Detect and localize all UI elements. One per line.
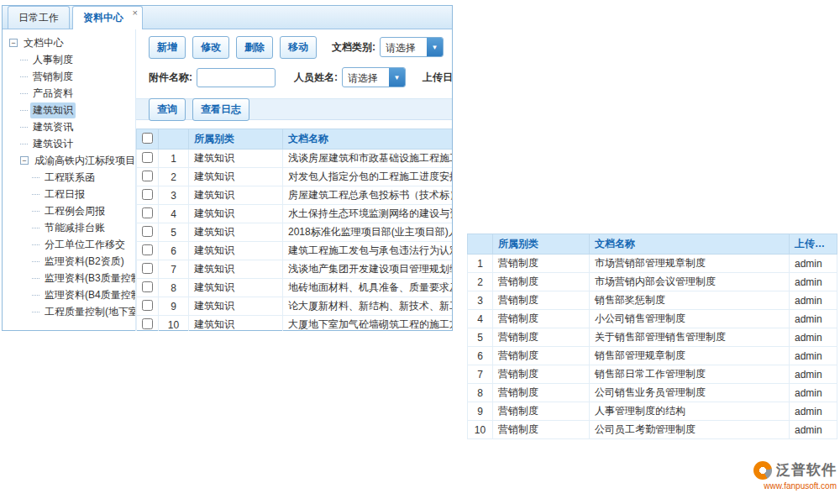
column-header-uploader[interactable]: 上传… bbox=[790, 234, 837, 255]
add-button[interactable]: 新增 bbox=[149, 36, 186, 59]
tree-item[interactable]: 监理资料(B3质量控制) bbox=[9, 270, 135, 286]
row-uploader: admin bbox=[790, 421, 837, 439]
tab-data-center[interactable]: 资料中心 × bbox=[72, 6, 143, 29]
row-category: 建筑知识 bbox=[189, 150, 283, 168]
row-uploader: admin bbox=[790, 402, 837, 421]
table-row[interactable]: 10营销制度公司员工考勤管理制度admin bbox=[468, 421, 837, 439]
tree-item-label: 建筑设计 bbox=[30, 136, 76, 152]
tree-item[interactable]: 监理资料(B2资质) bbox=[9, 253, 135, 270]
row-checkbox[interactable] bbox=[142, 244, 153, 255]
row-number: 8 bbox=[468, 384, 493, 402]
chevron-down-icon[interactable]: ▼ bbox=[389, 68, 405, 87]
row-number: 7 bbox=[159, 260, 189, 279]
row-number: 1 bbox=[468, 255, 493, 273]
select-all-checkbox[interactable] bbox=[142, 133, 153, 144]
column-header-name[interactable]: 文档名称 bbox=[590, 234, 790, 255]
row-checkbox[interactable] bbox=[142, 263, 153, 274]
table-row[interactable]: 4建筑知识水土保持生态环境监测网络的建设与资... bbox=[137, 205, 453, 223]
tree-item[interactable]: −成渝高铁内江标段项目 bbox=[9, 152, 135, 169]
marketing-table: 所属别类 文档名称 上传… 1营销制度市场营销部管理规章制度admin2营销制度… bbox=[467, 234, 837, 439]
tree-item[interactable]: 建筑知识 bbox=[9, 102, 135, 118]
doc-category-select[interactable]: 请选择 ▼ bbox=[380, 37, 444, 57]
table-row[interactable]: 7建筑知识浅谈地产集团开发建设项目管理规划编... bbox=[137, 260, 453, 279]
row-doc-name: 对发包人指定分包的工程施工进度安排... bbox=[283, 168, 453, 186]
tree-item[interactable]: 营销制度 bbox=[9, 68, 135, 85]
view-log-button[interactable]: 查看日志 bbox=[192, 98, 249, 121]
toolbar-filters: 附件名称: 人员姓名: 请选择 ▼ 上传日期 bbox=[136, 66, 452, 88]
tree-connector bbox=[20, 110, 28, 111]
tree-item[interactable]: 分工单位工作移交 bbox=[9, 236, 135, 253]
row-category: 营销制度 bbox=[493, 328, 590, 347]
row-checkbox[interactable] bbox=[142, 281, 153, 292]
move-button[interactable]: 移动 bbox=[280, 36, 317, 59]
tree-connector bbox=[32, 261, 39, 262]
table-row[interactable]: 3营销制度销售部奖惩制度admin bbox=[468, 291, 837, 310]
row-checkbox-cell bbox=[137, 150, 159, 168]
table-row[interactable]: 4营销制度小公司销售管理制度admin bbox=[468, 310, 837, 328]
edit-button[interactable]: 修改 bbox=[192, 36, 229, 59]
table-row[interactable]: 9建筑知识论大厦新材料、新结构、新技术、新工... bbox=[137, 297, 453, 316]
tree-item[interactable]: 工程质量控制(地下室) bbox=[9, 303, 135, 320]
delete-button[interactable]: 删除 bbox=[236, 36, 273, 59]
tree-item[interactable]: 工程例会周报 bbox=[9, 202, 135, 219]
tree-item[interactable]: 建筑资讯 bbox=[9, 118, 135, 135]
column-header-name[interactable]: 文档名称 bbox=[283, 129, 453, 150]
tree-connector bbox=[20, 144, 28, 144]
tree-item-label: 工程质量控制(地下室) bbox=[42, 304, 136, 320]
table-row[interactable]: 1营销制度市场营销部管理规章制度admin bbox=[468, 255, 837, 273]
close-icon[interactable]: × bbox=[133, 8, 138, 18]
table-row[interactable]: 2营销制度市场营销内部会议管理制度admin bbox=[468, 273, 837, 291]
tab-data-center-label: 资料中心 bbox=[83, 12, 123, 24]
tree-item-label: 工程例会周报 bbox=[42, 203, 108, 219]
row-uploader: admin bbox=[790, 347, 837, 365]
table-row[interactable]: 5建筑知识2018标准化监理项目部(业主项目部)人员... bbox=[137, 223, 453, 242]
tree-item[interactable]: 人事制度 bbox=[9, 51, 135, 68]
table-row[interactable]: 5营销制度关于销售部管理销售管理制度admin bbox=[468, 328, 837, 347]
attachment-name-input[interactable] bbox=[197, 68, 276, 87]
tree-item[interactable]: 产品资料 bbox=[9, 85, 135, 102]
column-header-category[interactable]: 所属别类 bbox=[493, 234, 590, 255]
row-category: 建筑知识 bbox=[189, 242, 283, 260]
tree-item-label: 监理资料(B2资质) bbox=[42, 254, 127, 270]
row-number: 2 bbox=[159, 168, 189, 186]
tree-item[interactable]: 监理资料(B4质量控制) bbox=[9, 286, 135, 303]
row-checkbox[interactable] bbox=[142, 152, 153, 163]
table-row[interactable]: 6建筑知识建筑工程施工发包与承包违法行为认定... bbox=[137, 242, 453, 260]
row-doc-name: 公司员工考勤管理制度 bbox=[590, 421, 790, 439]
table-row[interactable]: 9营销制度人事管理制度的结构admin bbox=[468, 402, 837, 421]
tree-item[interactable]: 工程联系函 bbox=[9, 169, 135, 186]
row-checkbox[interactable] bbox=[142, 207, 153, 218]
chevron-down-icon[interactable]: ▼ bbox=[427, 38, 443, 56]
vendor-url: www.fanpusoft.com bbox=[736, 481, 837, 491]
query-button[interactable]: 查询 bbox=[149, 98, 186, 121]
tree-item[interactable]: 节能减排台账 bbox=[9, 219, 135, 236]
row-checkbox[interactable] bbox=[142, 318, 153, 329]
table-row[interactable]: 2建筑知识对发包人指定分包的工程施工进度安排... bbox=[137, 168, 453, 186]
collapse-icon[interactable]: − bbox=[20, 156, 29, 165]
table-row[interactable]: 3建筑知识房屋建筑工程总承包投标书（技术标）... bbox=[137, 186, 453, 205]
column-header-category[interactable]: 所属别类 bbox=[189, 129, 283, 150]
row-checkbox[interactable] bbox=[142, 226, 153, 237]
table-row[interactable]: 8建筑知识地砖地面材料、机具准备、质量要求及... bbox=[137, 279, 453, 297]
row-category: 建筑知识 bbox=[189, 168, 283, 186]
doc-table-body: 1建筑知识浅谈房屋建筑和市政基础设施工程施工...2建筑知识对发包人指定分包的工… bbox=[137, 150, 453, 332]
tree-item[interactable]: −文档中心 bbox=[9, 34, 135, 51]
collapse-icon[interactable]: − bbox=[9, 39, 18, 47]
row-checkbox[interactable] bbox=[142, 189, 153, 200]
table-row[interactable]: 10建筑知识大厦地下室加气砼墙砌筑工程的施工方... bbox=[137, 316, 453, 332]
row-checkbox[interactable] bbox=[142, 300, 153, 311]
row-doc-name: 市场营销内部会议管理制度 bbox=[590, 273, 790, 291]
person-name-select[interactable]: 请选择 ▼ bbox=[342, 67, 406, 87]
row-doc-name: 销售部日常工作管理制度 bbox=[590, 365, 790, 384]
table-row[interactable]: 8营销制度公司销售业务员管理制度admin bbox=[468, 384, 837, 402]
tree-item[interactable]: 建筑设计 bbox=[9, 135, 135, 152]
table-row[interactable]: 7营销制度销售部日常工作管理制度admin bbox=[468, 365, 837, 384]
table-row[interactable]: 1建筑知识浅谈房屋建筑和市政基础设施工程施工... bbox=[137, 150, 453, 168]
tab-daily-work[interactable]: 日常工作 bbox=[8, 6, 70, 29]
tree-connector bbox=[32, 312, 39, 312]
row-doc-name: 论大厦新材料、新结构、新技术、新工... bbox=[283, 297, 453, 316]
row-checkbox-cell bbox=[137, 279, 159, 297]
tree-item[interactable]: 工程日报 bbox=[9, 186, 135, 202]
table-row[interactable]: 6营销制度销售部管理规章制度admin bbox=[468, 347, 837, 365]
row-checkbox[interactable] bbox=[142, 171, 153, 181]
